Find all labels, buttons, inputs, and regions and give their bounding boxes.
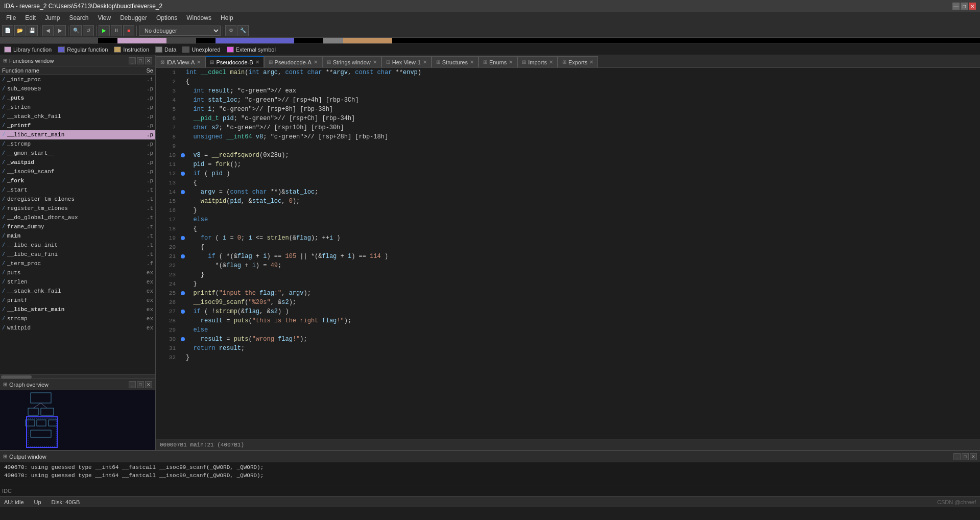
graph-minimize[interactable]: _: [129, 381, 136, 388]
function-list-item[interactable]: /__stack_chk_failex: [0, 287, 155, 296]
function-list-item[interactable]: /__libc_csu_fini.t: [0, 250, 155, 259]
code-line[interactable]: 27 if ( !strcmp(&flag, &s2) ): [156, 307, 980, 316]
toolbar-run[interactable]: ▶: [99, 25, 110, 36]
menu-edit[interactable]: Edit: [21, 13, 40, 22]
function-list-item[interactable]: /__libc_csu_init.t: [0, 241, 155, 250]
tab-imports-close[interactable]: ✕: [549, 59, 553, 65]
code-line[interactable]: 9: [156, 141, 980, 151]
code-line[interactable]: 30 result = puts("wrong flag!");: [156, 335, 980, 344]
breakpoint-dot[interactable]: [180, 190, 186, 194]
function-list-item[interactable]: /_puts.p: [0, 93, 155, 103]
output-minimize[interactable]: _: [953, 453, 961, 460]
function-list-item[interactable]: /_strlen.p: [0, 103, 155, 112]
tab-pseudocode-b-close[interactable]: ✕: [255, 59, 259, 65]
tab-exports-close[interactable]: ✕: [589, 59, 593, 65]
toolbar-open[interactable]: 📂: [14, 25, 26, 36]
function-list-item[interactable]: /__libc_start_main.p: [0, 130, 155, 139]
tab-imports[interactable]: ⊞ Imports ✕: [517, 56, 558, 67]
function-list-item[interactable]: /_start.t: [0, 185, 155, 195]
function-list-item[interactable]: /__isoc99_scanf.p: [0, 167, 155, 176]
tab-strings-window[interactable]: ⊞ Strings window ✕: [322, 56, 381, 67]
code-line[interactable]: 20 {: [156, 243, 980, 252]
code-line[interactable]: 4 int stat_loc; "c-green">// [rsp+4h] [r…: [156, 96, 980, 105]
function-list-item[interactable]: /waitpidex: [0, 323, 155, 333]
close-button[interactable]: ✕: [969, 3, 976, 10]
output-close[interactable]: ✕: [970, 453, 977, 460]
code-line[interactable]: 7 char s2; "c-green">// [rsp+10h] [rbp-3…: [156, 123, 980, 132]
maximize-button[interactable]: □: [961, 3, 968, 10]
function-list-item[interactable]: /_strcmp.p: [0, 139, 155, 149]
tab-exports[interactable]: ⊞ Exports ✕: [558, 56, 598, 67]
tab-strings-close[interactable]: ✕: [373, 59, 377, 65]
tab-structures[interactable]: ⊞ Structures ✕: [432, 56, 479, 67]
tab-pseudocode-a-close[interactable]: ✕: [314, 59, 318, 65]
code-line[interactable]: 28 result = puts("this is the right flag…: [156, 316, 980, 325]
graph-float[interactable]: □: [137, 381, 144, 388]
menu-options[interactable]: Options: [152, 13, 181, 22]
toolbar-forward[interactable]: ▶: [55, 25, 66, 36]
function-list-item[interactable]: /_waitpid.p: [0, 158, 155, 167]
functions-scrollbar[interactable]: [0, 374, 155, 379]
menu-file[interactable]: File: [2, 13, 20, 22]
code-line[interactable]: 26 __isoc99_scanf("%20s", &s2);: [156, 298, 980, 307]
code-line[interactable]: 5 int i; "c-green">// [rsp+8h] [rbp-38h]: [156, 105, 980, 114]
tab-ida-view-a[interactable]: ⊠ IDA View-A ✕: [156, 56, 205, 67]
function-list-item[interactable]: /sub_4005E0.p: [0, 84, 155, 93]
toolbar-pause[interactable]: ⏸: [111, 25, 122, 36]
code-line[interactable]: 24 }: [156, 279, 980, 289]
code-line[interactable]: 23 }: [156, 270, 980, 279]
tab-enums-close[interactable]: ✕: [509, 59, 513, 65]
code-line[interactable]: 18 {: [156, 224, 980, 233]
function-list-item[interactable]: /__gmon_start__.p: [0, 149, 155, 158]
function-list-item[interactable]: /_fork.p: [0, 176, 155, 185]
toolbar-extra2[interactable]: 🔧: [237, 25, 249, 36]
code-line[interactable]: 17 else: [156, 215, 980, 224]
toolbar-stop[interactable]: ■: [123, 25, 134, 36]
function-list-item[interactable]: /putsex: [0, 268, 155, 277]
code-line[interactable]: 14 argv = (const char **)&stat_loc;: [156, 187, 980, 197]
function-list-item[interactable]: /main.t: [0, 231, 155, 241]
functions-close[interactable]: ✕: [145, 57, 152, 64]
toolbar-refresh[interactable]: ↺: [83, 25, 94, 36]
toolbar-new[interactable]: 📄: [2, 25, 13, 36]
minimize-button[interactable]: —: [952, 3, 960, 10]
function-list-item[interactable]: /__do_global_dtors_aux.t: [0, 213, 155, 222]
code-line[interactable]: 13 {: [156, 178, 980, 187]
tab-structures-close[interactable]: ✕: [470, 59, 474, 65]
tab-pseudocode-b[interactable]: ⊞ Pseudocode-B ✕: [205, 56, 264, 67]
breakpoint-dot[interactable]: [180, 291, 186, 295]
code-line[interactable]: 6 __pid_t pid; "c-green">// [rsp+Ch] [rb…: [156, 114, 980, 123]
breakpoint-dot[interactable]: [180, 172, 186, 176]
menu-debugger[interactable]: Debugger: [116, 13, 151, 22]
tab-hex-view-1[interactable]: ⊡ Hex View-1 ✕: [381, 56, 432, 67]
code-line[interactable]: 3 int result; "c-green">// eax: [156, 86, 980, 96]
breakpoint-dot[interactable]: [180, 254, 186, 258]
tab-hex-close[interactable]: ✕: [423, 59, 427, 65]
function-list-item[interactable]: /__stack_chk_fail.p: [0, 112, 155, 121]
function-list-item[interactable]: /strcmpex: [0, 314, 155, 323]
function-list-item[interactable]: /deregister_tm_clones.t: [0, 195, 155, 204]
functions-minimize[interactable]: _: [129, 57, 136, 64]
code-line[interactable]: 31 return result;: [156, 344, 980, 353]
code-line[interactable]: 1int __cdecl main(int argc, const char *…: [156, 68, 980, 77]
code-line[interactable]: 22 *(&flag + i) = 49;: [156, 261, 980, 270]
toolbar-save[interactable]: 💾: [27, 25, 38, 36]
menu-jump[interactable]: Jump: [41, 13, 64, 22]
code-view[interactable]: 1int __cdecl main(int argc, const char *…: [156, 68, 980, 439]
function-list-item[interactable]: /frame_dummy.t: [0, 222, 155, 231]
tab-enums[interactable]: ⊞ Enums ✕: [479, 56, 517, 67]
function-list-item[interactable]: /_init_proc.i: [0, 75, 155, 84]
code-line[interactable]: 15 waitpid(pid, &stat_loc, 0);: [156, 197, 980, 206]
function-list-item[interactable]: /register_tm_clones.t: [0, 204, 155, 213]
menu-windows[interactable]: Windows: [182, 13, 216, 22]
graph-close[interactable]: ✕: [145, 381, 152, 388]
code-line[interactable]: 25 printf("input the flag:", argv);: [156, 289, 980, 298]
code-line[interactable]: 29 else: [156, 325, 980, 335]
tab-ida-view-a-close[interactable]: ✕: [197, 59, 201, 65]
code-line[interactable]: 19 for ( i = 0; i <= strlen(&flag); ++i …: [156, 233, 980, 243]
function-list-item[interactable]: /strlenex: [0, 277, 155, 287]
breakpoint-dot[interactable]: [180, 153, 186, 157]
code-line[interactable]: 16 }: [156, 206, 980, 215]
menu-view[interactable]: View: [93, 13, 115, 22]
functions-float[interactable]: □: [137, 57, 144, 64]
